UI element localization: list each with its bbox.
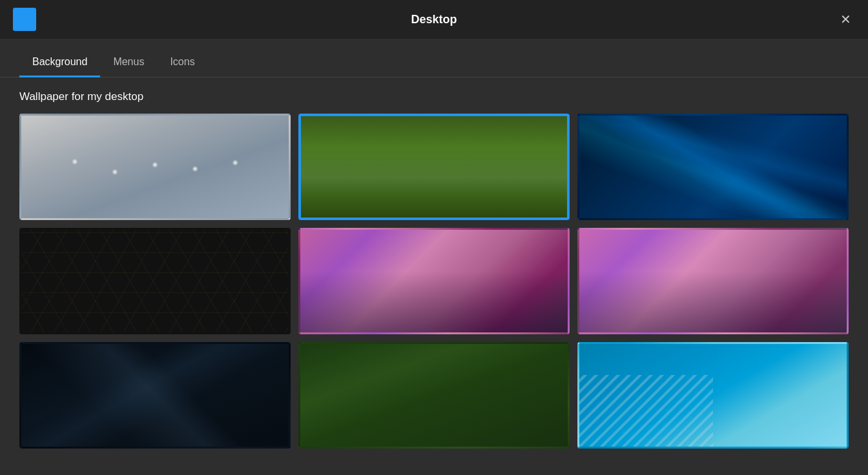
app-icon <box>13 8 36 31</box>
tab-background[interactable]: Background <box>19 48 100 77</box>
wallpaper-item[interactable] <box>577 228 849 334</box>
section-title: Wallpaper for my desktop <box>19 90 849 103</box>
wallpaper-item[interactable] <box>19 228 291 334</box>
desktop-settings-window: Desktop ✕ Background Menus Icons Wallpap… <box>0 0 868 475</box>
wallpaper-item[interactable] <box>19 114 291 220</box>
wallpaper-item[interactable] <box>298 114 570 220</box>
wallpaper-item[interactable] <box>298 342 570 449</box>
content-area: Wallpaper for my desktop <box>0 77 868 475</box>
wallpaper-item[interactable] <box>19 342 291 449</box>
wallpaper-item[interactable] <box>577 114 849 220</box>
tab-icons[interactable]: Icons <box>157 48 207 77</box>
titlebar: Desktop ✕ <box>0 0 868 39</box>
wallpaper-grid <box>19 114 849 449</box>
wallpaper-item[interactable] <box>298 228 570 334</box>
tabs-bar: Background Menus Icons <box>0 39 868 77</box>
tab-menus[interactable]: Menus <box>100 48 157 77</box>
close-button[interactable]: ✕ <box>836 10 855 29</box>
wallpaper-item[interactable] <box>577 342 849 449</box>
window-title: Desktop <box>411 13 457 26</box>
titlebar-left <box>13 8 36 31</box>
